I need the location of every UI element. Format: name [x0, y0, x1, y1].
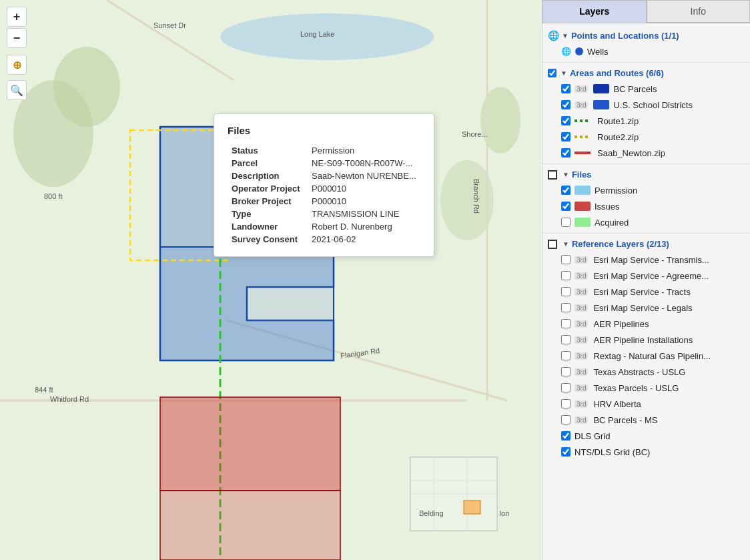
layer-checkbox[interactable]	[561, 202, 571, 211]
group-points-title: Points and Locations (1/1)	[571, 31, 679, 41]
layer-checkbox[interactable]	[561, 132, 571, 142]
layer-checkbox[interactable]	[561, 116, 571, 125]
layer-badge: 3rd	[575, 384, 588, 392]
layer-item: Route1.zip	[542, 113, 750, 129]
layer-checkbox[interactable]	[561, 367, 571, 376]
layer-name: NTS/DLS Grid (BC)	[575, 447, 650, 457]
layer-badge: 3rd	[575, 101, 588, 109]
layer-item: 3rdBC Parcels	[542, 81, 750, 97]
layer-badge: 3rd	[575, 288, 588, 296]
layer-checkbox[interactable]	[561, 415, 571, 425]
layer-badge: 3rd	[575, 304, 588, 312]
popup-field-label: Status	[228, 144, 308, 157]
group-files-title: Files	[572, 170, 592, 180]
tab-layers[interactable]: Layers	[542, 0, 647, 23]
layer-name: DLS Grid	[575, 431, 610, 441]
popup-field-label: Broker Project	[228, 195, 308, 208]
popup-field-value: P000010	[308, 182, 420, 195]
layer-item: Issues	[542, 198, 750, 214]
layer-legend	[575, 218, 591, 227]
chevron-areas: ▼	[560, 69, 567, 77]
popup-field-label: Landowner	[228, 220, 308, 233]
layer-legend	[575, 135, 591, 138]
layer-item: 3rdHRV Alberta	[542, 396, 750, 412]
files-items: PermissionIssuesAcquired	[542, 182, 750, 230]
search-button[interactable]: 🔍	[7, 80, 27, 100]
group-ref: ▼ Reference Layers (2/13) 3rdEsri Map Se…	[542, 236, 750, 460]
layer-badge: 3rd	[575, 85, 588, 93]
layer-item-wells: 🌐 Wells	[542, 43, 750, 59]
tabs-row: Layers Info	[542, 0, 750, 23]
layer-checkbox[interactable]	[561, 271, 571, 280]
layer-checkbox[interactable]	[561, 431, 571, 441]
popup-field-value: 2021-06-02	[308, 233, 420, 246]
layer-checkbox[interactable]	[561, 319, 571, 328]
layer-checkbox[interactable]	[561, 84, 571, 93]
right-panel: Layers Info 🌐 ▼ Points and Locations (1/…	[542, 0, 750, 560]
layer-badge: 3rd	[575, 368, 588, 376]
layer-badge: 3rd	[575, 336, 588, 344]
layer-item: 3rdEsri Map Service - Transmis...	[542, 252, 750, 268]
globe-icon-points: 🌐	[548, 30, 559, 41]
group-areas-header[interactable]: ▼ Areas and Routes (6/6)	[542, 65, 750, 81]
layer-checkbox[interactable]	[561, 383, 571, 392]
layer-name: HRV Alberta	[593, 399, 641, 409]
layer-name: Texas Parcels - USLG	[593, 383, 679, 393]
layer-checkbox[interactable]	[561, 255, 571, 264]
layer-item: 3rdU.S. School Districts	[542, 97, 750, 113]
wells-label: Wells	[587, 47, 609, 57]
layer-checkbox[interactable]	[561, 148, 571, 158]
layer-item: Route2.zip	[542, 129, 750, 145]
files-popup: Files StatusPermissionParcelNE-S09-T008N…	[214, 113, 434, 257]
svg-rect-18	[464, 501, 480, 514]
popup-field-value: NE-S09-T008N-R007W-...	[308, 157, 420, 170]
layer-name: Permission	[595, 186, 637, 196]
chevron-ref: ▼	[562, 240, 569, 248]
layer-name: Esri Map Service - Transmis...	[593, 255, 709, 265]
group-ref-checkbox-mixed[interactable]	[548, 240, 557, 249]
group-areas-title: Areas and Routes (6/6)	[570, 68, 664, 78]
layer-legend	[575, 152, 591, 154]
layer-item: Permission	[542, 182, 750, 198]
group-ref-title: Reference Layers (2/13)	[572, 239, 669, 249]
layer-checkbox[interactable]	[561, 100, 571, 109]
layer-name: Route2.zip	[597, 132, 639, 142]
layer-checkbox[interactable]	[561, 351, 571, 360]
layer-name: Esri Map Service - Tracts	[593, 287, 690, 297]
globe-icon-wells: 🌐	[561, 47, 571, 56]
group-ref-header[interactable]: ▼ Reference Layers (2/13)	[542, 236, 750, 252]
layer-item: DLS Grid	[542, 428, 750, 444]
layer-name: AER Pipeline Installations	[593, 335, 693, 345]
map-area[interactable]: Long Lake Sunset Dr 800 ft 844 ft Whitfo…	[0, 0, 542, 560]
zoom-in-button[interactable]: +	[7, 7, 27, 27]
layer-checkbox[interactable]	[561, 218, 571, 227]
wells-dot	[575, 47, 583, 55]
select-tool-button[interactable]: ⊕	[7, 55, 27, 75]
layer-checkbox[interactable]	[561, 287, 571, 296]
group-points-header[interactable]: 🌐 ▼ Points and Locations (1/1)	[542, 27, 750, 43]
chevron-points: ▼	[562, 32, 569, 39]
group-points: 🌐 ▼ Points and Locations (1/1) 🌐 Wells	[542, 27, 750, 59]
layer-checkbox[interactable]	[561, 335, 571, 344]
layer-item: 3rdRextag - Natural Gas Pipelin...	[542, 348, 750, 364]
group-files: ▼ Files PermissionIssuesAcquired	[542, 167, 750, 230]
layer-checkbox[interactable]	[561, 447, 571, 457]
popup-field-label: Operator Project	[228, 182, 308, 195]
popup-field-value: Robert D. Nurenberg	[308, 220, 420, 233]
group-files-checkbox-mixed[interactable]	[548, 170, 557, 180]
layer-checkbox[interactable]	[561, 186, 571, 195]
layer-checkbox[interactable]	[561, 303, 571, 312]
zoom-out-button[interactable]: −	[7, 28, 27, 48]
group-files-header[interactable]: ▼ Files	[542, 167, 750, 182]
layer-item: 3rdEsri Map Service - Legals	[542, 300, 750, 316]
layer-checkbox[interactable]	[561, 399, 571, 408]
group-areas: ▼ Areas and Routes (6/6) 3rdBC Parcels3r…	[542, 65, 750, 161]
group-areas-checkbox[interactable]	[548, 69, 556, 77]
chevron-files: ▼	[562, 171, 569, 178]
layer-badge: 3rd	[575, 256, 588, 264]
layer-item: 3rdEsri Map Service - Tracts	[542, 284, 750, 300]
layer-legend	[575, 202, 591, 211]
svg-rect-15	[160, 491, 340, 560]
panel-scroll[interactable]: 🌐 ▼ Points and Locations (1/1) 🌐 Wells ▼…	[542, 23, 750, 560]
tab-info[interactable]: Info	[647, 0, 751, 23]
